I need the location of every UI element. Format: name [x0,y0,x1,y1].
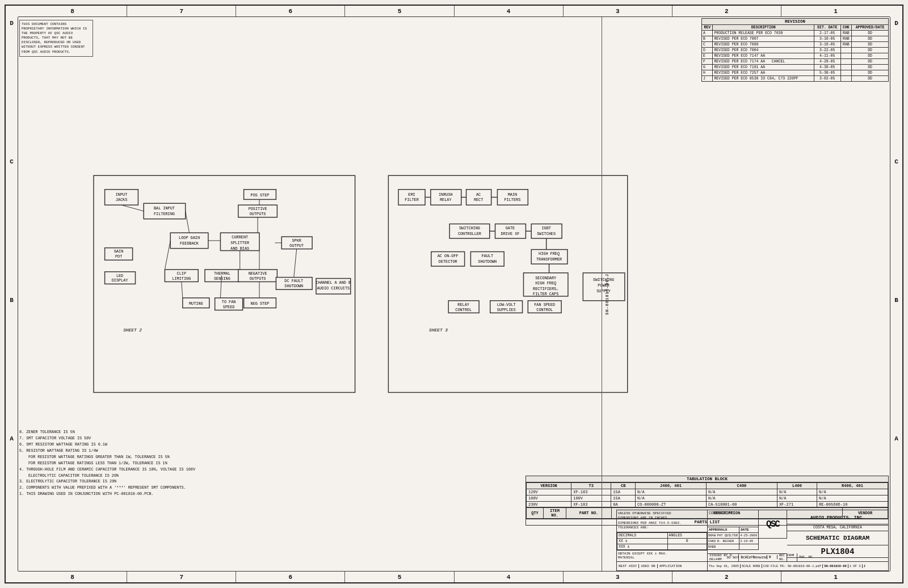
svg-rect-52 [398,190,425,205]
right-sidebar-bar: SH-001810-00-J [602,17,612,571]
svg-text:FILTERS: FILTERS [505,198,521,202]
svg-rect-78 [431,252,465,266]
svg-rect-20 [205,270,239,282]
svg-rect-61 [497,190,528,205]
svg-rect-23 [183,298,209,308]
row-label-left-a: A [6,432,18,571]
svg-rect-11 [105,272,136,284]
svg-rect-46 [244,298,276,308]
svg-rect-94 [448,301,479,313]
svg-text:SUPPLIES: SUPPLIES [497,308,516,312]
row-label-left-c: C [6,156,18,294]
svg-text:AUDIO CIRCUITS: AUDIO CIRCUITS [317,286,350,291]
tab-row-120v: 120V XF-183 15A N/A N/A N/A N/A [527,489,888,495]
svg-text:INPUT: INPUT [116,192,128,197]
svg-text:HIGH FREQ: HIGH FREQ [535,281,556,285]
svg-line-110 [165,241,170,270]
svg-text:SWITCHES: SWITCHES [537,232,556,236]
col-header-3: 3 [564,6,672,16]
svg-text:SENSING: SENSING [214,276,230,281]
svg-text:SPEED: SPEED [223,305,235,309]
svg-rect-40 [238,270,278,282]
svg-text:NEGATIVE: NEGATIVE [249,271,267,276]
svg-line-111 [182,282,183,297]
svg-rect-48 [316,279,351,294]
svg-text:CONTROL: CONTROL [455,308,472,312]
col-header-bottom-2: 2 [672,572,781,582]
svg-text:EMI: EMI [408,192,415,197]
col-header-1: 1 [781,6,890,16]
tabulation-block: TABULATION BLOCK VERSION T3 CB J400, 401… [526,476,889,509]
svg-rect-14 [170,233,208,248]
col-header-bottom-7: 7 [127,572,236,582]
col-header-7: 7 [127,6,236,16]
svg-text:DC FAULT: DC FAULT [284,279,303,283]
svg-rect-2 [105,190,138,205]
svg-text:SPKR: SPKR [292,238,301,243]
svg-text:DETECTOR: DETECTOR [439,259,457,264]
col-header-bottom-8: 8 [18,572,127,582]
svg-text:LIMITING: LIMITING [172,276,191,281]
svg-rect-81 [470,252,504,266]
svg-text:FAULT: FAULT [482,254,494,258]
svg-text:LOOP GAIN: LOOP GAIN [179,236,200,240]
svg-text:TRANSFORMER: TRANSFORMER [536,257,562,262]
note-4a: ELECTROLYTIC CAPACITOR TOLERANCE IS 20% [19,473,195,479]
svg-rect-28 [244,190,276,200]
note-6: 6. SMT RESISTOR WATTAGE RATING IS 0.1W [19,442,195,448]
revision-row-j: J REVISED PER ECO 8530 IO C84, C73 220PF… [702,76,889,82]
svg-text:DISPLAY: DISPLAY [112,278,128,283]
note-7: 7. SMT CAPACITOR VOLTAGE IS 50V [19,435,195,442]
svg-rect-84 [531,250,568,264]
svg-text:OUTPUTS: OUTPUTS [250,276,266,281]
row-label-right-d: D [890,17,902,156]
svg-line-108 [121,205,144,211]
svg-text:SHUTDOWN: SHUTDOWN [478,259,497,264]
svg-text:AC: AC [476,192,481,197]
svg-rect-58 [466,190,491,205]
revision-row-e: E REVISED PER ECO 7147 AA 4-11-05 DD [702,53,889,59]
svg-text:AND BIAS: AND BIAS [230,246,249,251]
svg-text:NEG STEP: NEG STEP [251,301,270,306]
svg-text:SPLITTER: SPLITTER [230,241,249,245]
svg-text:MUTING: MUTING [189,301,203,306]
svg-rect-73 [531,224,562,238]
svg-rect-88 [523,273,568,296]
proprietary-text: THIS DOCUMENT CONTAINS PROPRIETARY INFOR… [19,20,93,57]
svg-text:GAIN: GAIN [114,249,123,254]
col-header-bottom-1: 1 [781,572,890,582]
svg-text:OUTPUT: OUTPUT [289,243,304,248]
svg-text:CLIP: CLIP [177,271,186,276]
col-header-5: 5 [345,6,454,16]
svg-text:AC ON-OFF: AC ON-OFF [438,254,459,258]
row-label-left-b: B [6,294,18,432]
svg-text:LOW-VOLT: LOW-VOLT [497,303,516,307]
svg-text:FILTER: FILTER [405,198,419,202]
svg-line-120 [220,276,221,298]
note-3: 3. ELECTROLYTIC CAPACITOR TOLERANCE IS 2… [19,478,195,485]
revision-row-b: B REVISED PER ECO 7007 3-10-05 RAB DD [702,36,889,42]
svg-text:CHANNEL A AND B: CHANNEL A AND B [316,280,351,285]
svg-text:FILTER CAPS: FILTER CAPS [533,292,558,296]
svg-text:SHUTDOWN: SHUTDOWN [284,284,303,288]
svg-text:POS STEP: POS STEP [251,193,270,198]
svg-rect-5 [144,203,185,219]
svg-text:FAN SPEED: FAN SPEED [534,303,555,307]
svg-rect-70 [495,224,526,238]
svg-text:JACKS: JACKS [116,198,128,202]
svg-text:RECT: RECT [474,198,483,202]
svg-text:RECTIFIERS,: RECTIFIERS, [533,287,558,291]
svg-text:TO FAN: TO FAN [222,300,236,304]
svg-rect-0 [94,175,355,392]
revision-row-a: A PRODUCTION RELEASE PER ECO 7030 2-17-0… [702,31,889,36]
col-header-bottom-3: 3 [564,572,672,582]
note-4: 4. THROUGH-HOLE FILM AND CERAMIC CAPACIT… [19,467,195,473]
col-header-bottom-5: 5 [345,572,454,582]
svg-text:LED: LED [116,274,123,278]
svg-text:SWITCHING: SWITCHING [459,226,480,230]
svg-text:BAL INPUT: BAL INPUT [154,206,175,211]
col-header-2: 2 [672,6,781,16]
svg-rect-33 [220,233,259,250]
svg-rect-1 [388,175,627,392]
row-label-right-a: A [890,432,902,571]
